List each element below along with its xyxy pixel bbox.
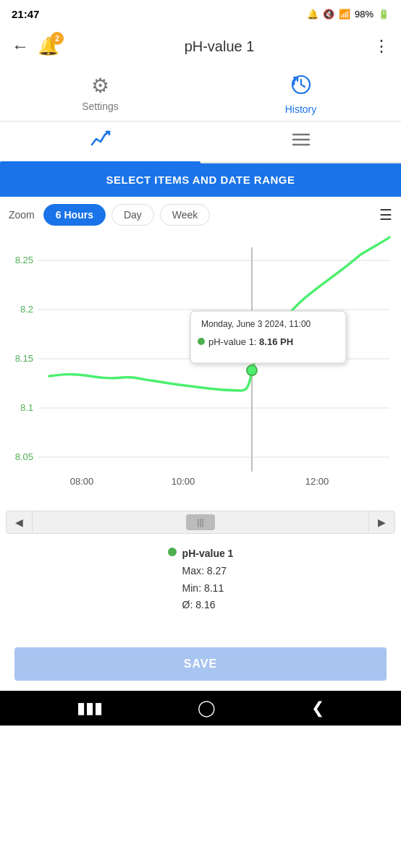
svg-point-22 [247,365,257,375]
back-nav-button[interactable]: ❮ [311,699,324,718]
mute-icon: 🔇 [323,9,334,20]
settings-icon: ⚙ [91,74,109,98]
notification-button[interactable]: 🔔 2 [38,36,59,56]
thumb-icon: ||| [197,517,203,527]
alarm-icon: 🔔 [307,9,318,20]
svg-text:8.15: 8.15 [15,353,33,364]
svg-text:8.1: 8.1 [20,402,33,413]
sub-tabs [0,122,401,163]
left-arrow-icon: ◀ [15,516,23,528]
zoom-6hours-button[interactable]: 6 Hours [43,204,106,226]
legend-dot [168,548,177,556]
nav-tabs: ⚙ Settings History [0,67,401,122]
wifi-icon: 📶 [339,9,350,20]
battery-text: 98% [355,9,373,20]
chart-scrollbar[interactable]: ◀ ||| ▶ [6,511,395,534]
save-button[interactable]: SAVE [14,647,387,681]
svg-text:Monday, June 3 2024, 11:00: Monday, June 3 2024, 11:00 [201,319,311,329]
svg-point-20 [198,338,205,345]
bottom-nav-bar: ▮▮▮ ◯ ❮ [0,691,401,726]
zoom-day-button[interactable]: Day [111,204,154,226]
svg-text:12:00: 12:00 [305,476,329,487]
status-icons: 🔔 🔇 📶 98% 🔋 [307,9,389,20]
svg-text:8.25: 8.25 [15,255,33,265]
list-icon [292,132,311,152]
select-items-banner[interactable]: SELECT ITEMS AND DATE RANGE [0,163,401,197]
status-bar: 21:47 🔔 🔇 📶 98% 🔋 [0,0,401,26]
chart-icon [90,130,111,153]
chart-legend: pH-value 1 Max: 8.27 Min: 8.11 Ø: 8.16 [0,534,401,623]
zoom-label: Zoom [9,209,35,221]
notification-badge: 2 [51,32,64,45]
scroll-right-arrow[interactable]: ▶ [368,511,394,534]
settings-tab-label: Settings [82,101,119,112]
status-time: 21:47 [12,8,39,20]
legend-item: pH-value 1 Max: 8.27 Min: 8.11 Ø: 8.16 [168,545,234,614]
zoom-week-button[interactable]: Week [160,204,211,226]
select-banner-text: SELECT ITEMS AND DATE RANGE [106,174,295,186]
more-options-button[interactable]: ⋮ [373,37,389,56]
battery-icon: 🔋 [378,9,389,20]
chart-area: 8.25 8.2 8.15 8.1 8.05 08:00 10:00 12:00 [0,233,401,511]
zoom-row: Zoom 6 Hours Day Week ☰ [0,197,401,233]
sub-tab-list[interactable] [200,122,401,162]
svg-text:8.2: 8.2 [20,304,33,315]
svg-text:8.05: 8.05 [15,451,33,462]
legend-text: pH-value 1 Max: 8.27 Min: 8.11 Ø: 8.16 [182,545,234,614]
home-button[interactable]: ◯ [198,699,216,718]
scroll-thumb[interactable]: ||| [186,514,215,530]
app-bar: ← 🔔 2 pH-value 1 ⋮ [0,26,401,67]
chart-svg: 8.25 8.2 8.15 8.1 8.05 08:00 10:00 12:00 [6,233,395,508]
sub-tab-chart[interactable] [0,122,200,162]
tab-settings[interactable]: ⚙ Settings [0,67,200,121]
app-title: pH-value 1 [65,38,373,55]
svg-text:pH-value 1: 8.16 PH: pH-value 1: 8.16 PH [208,336,293,347]
right-arrow-icon: ▶ [378,516,386,528]
history-icon [290,74,312,101]
tab-history[interactable]: History [200,67,401,121]
recents-button[interactable]: ▮▮▮ [77,699,103,718]
history-tab-label: History [285,103,317,115]
svg-text:10:00: 10:00 [172,476,195,487]
scroll-left-arrow[interactable]: ◀ [7,511,33,534]
back-button[interactable]: ← [12,36,29,56]
chart-menu-icon[interactable]: ☰ [379,206,392,224]
scroll-track: ||| [33,514,368,530]
save-row: SAVE [0,637,401,691]
svg-text:08:00: 08:00 [70,476,94,487]
